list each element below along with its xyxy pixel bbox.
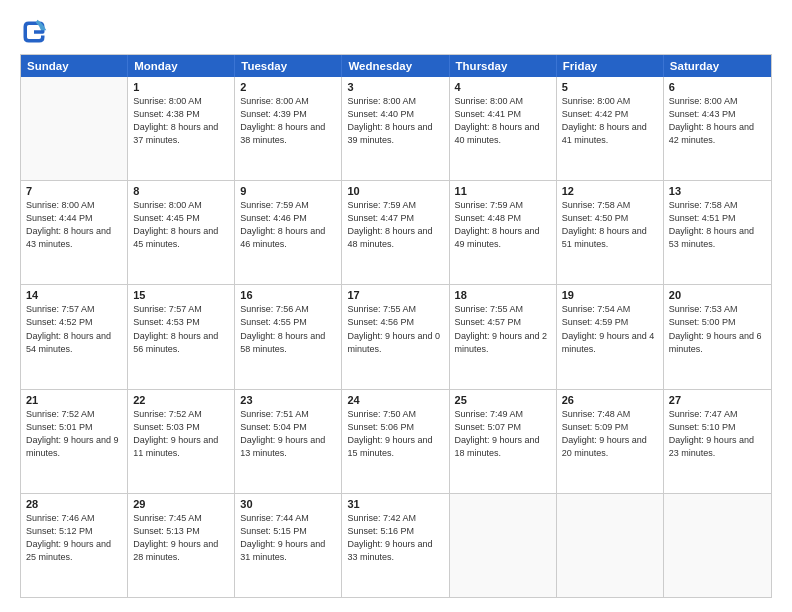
logo-icon xyxy=(20,18,48,46)
day-number: 12 xyxy=(562,185,658,197)
day-number: 10 xyxy=(347,185,443,197)
day-info: Sunrise: 7:50 AMSunset: 5:06 PMDaylight:… xyxy=(347,408,443,460)
calendar-cell-day-25: 25Sunrise: 7:49 AMSunset: 5:07 PMDayligh… xyxy=(450,390,557,493)
calendar-week-4: 21Sunrise: 7:52 AMSunset: 5:01 PMDayligh… xyxy=(21,389,771,493)
day-number: 30 xyxy=(240,498,336,510)
calendar-cell-day-7: 7Sunrise: 8:00 AMSunset: 4:44 PMDaylight… xyxy=(21,181,128,284)
day-number: 2 xyxy=(240,81,336,93)
calendar-week-5: 28Sunrise: 7:46 AMSunset: 5:12 PMDayligh… xyxy=(21,493,771,597)
day-info: Sunrise: 7:46 AMSunset: 5:12 PMDaylight:… xyxy=(26,512,122,564)
day-number: 19 xyxy=(562,289,658,301)
day-info: Sunrise: 7:52 AMSunset: 5:01 PMDaylight:… xyxy=(26,408,122,460)
day-number: 31 xyxy=(347,498,443,510)
calendar-cell-day-11: 11Sunrise: 7:59 AMSunset: 4:48 PMDayligh… xyxy=(450,181,557,284)
day-info: Sunrise: 7:57 AMSunset: 4:53 PMDaylight:… xyxy=(133,303,229,355)
day-info: Sunrise: 8:00 AMSunset: 4:38 PMDaylight:… xyxy=(133,95,229,147)
day-number: 13 xyxy=(669,185,766,197)
calendar-cell-day-28: 28Sunrise: 7:46 AMSunset: 5:12 PMDayligh… xyxy=(21,494,128,597)
day-info: Sunrise: 7:54 AMSunset: 4:59 PMDaylight:… xyxy=(562,303,658,355)
day-info: Sunrise: 7:59 AMSunset: 4:48 PMDaylight:… xyxy=(455,199,551,251)
calendar-cell-day-18: 18Sunrise: 7:55 AMSunset: 4:57 PMDayligh… xyxy=(450,285,557,388)
calendar-cell-day-20: 20Sunrise: 7:53 AMSunset: 5:00 PMDayligh… xyxy=(664,285,771,388)
day-info: Sunrise: 7:58 AMSunset: 4:51 PMDaylight:… xyxy=(669,199,766,251)
calendar-cell-day-16: 16Sunrise: 7:56 AMSunset: 4:55 PMDayligh… xyxy=(235,285,342,388)
day-info: Sunrise: 7:42 AMSunset: 5:16 PMDaylight:… xyxy=(347,512,443,564)
calendar-cell-day-1: 1Sunrise: 8:00 AMSunset: 4:38 PMDaylight… xyxy=(128,77,235,180)
day-info: Sunrise: 7:44 AMSunset: 5:15 PMDaylight:… xyxy=(240,512,336,564)
calendar-cell-empty xyxy=(21,77,128,180)
day-number: 15 xyxy=(133,289,229,301)
calendar-cell-day-14: 14Sunrise: 7:57 AMSunset: 4:52 PMDayligh… xyxy=(21,285,128,388)
calendar-header-sunday: Sunday xyxy=(21,55,128,77)
day-info: Sunrise: 8:00 AMSunset: 4:42 PMDaylight:… xyxy=(562,95,658,147)
calendar-cell-day-12: 12Sunrise: 7:58 AMSunset: 4:50 PMDayligh… xyxy=(557,181,664,284)
day-info: Sunrise: 7:47 AMSunset: 5:10 PMDaylight:… xyxy=(669,408,766,460)
calendar-cell-empty xyxy=(557,494,664,597)
day-info: Sunrise: 7:49 AMSunset: 5:07 PMDaylight:… xyxy=(455,408,551,460)
calendar-header-thursday: Thursday xyxy=(450,55,557,77)
day-info: Sunrise: 8:00 AMSunset: 4:39 PMDaylight:… xyxy=(240,95,336,147)
calendar-week-2: 7Sunrise: 8:00 AMSunset: 4:44 PMDaylight… xyxy=(21,180,771,284)
day-number: 6 xyxy=(669,81,766,93)
calendar-cell-day-23: 23Sunrise: 7:51 AMSunset: 5:04 PMDayligh… xyxy=(235,390,342,493)
day-info: Sunrise: 7:55 AMSunset: 4:57 PMDaylight:… xyxy=(455,303,551,355)
calendar-cell-day-21: 21Sunrise: 7:52 AMSunset: 5:01 PMDayligh… xyxy=(21,390,128,493)
day-number: 21 xyxy=(26,394,122,406)
calendar-cell-day-26: 26Sunrise: 7:48 AMSunset: 5:09 PMDayligh… xyxy=(557,390,664,493)
day-info: Sunrise: 7:59 AMSunset: 4:46 PMDaylight:… xyxy=(240,199,336,251)
day-info: Sunrise: 7:55 AMSunset: 4:56 PMDaylight:… xyxy=(347,303,443,355)
day-number: 29 xyxy=(133,498,229,510)
day-number: 3 xyxy=(347,81,443,93)
day-info: Sunrise: 7:48 AMSunset: 5:09 PMDaylight:… xyxy=(562,408,658,460)
calendar-cell-day-19: 19Sunrise: 7:54 AMSunset: 4:59 PMDayligh… xyxy=(557,285,664,388)
day-info: Sunrise: 7:57 AMSunset: 4:52 PMDaylight:… xyxy=(26,303,122,355)
day-number: 7 xyxy=(26,185,122,197)
calendar-cell-day-4: 4Sunrise: 8:00 AMSunset: 4:41 PMDaylight… xyxy=(450,77,557,180)
day-info: Sunrise: 8:00 AMSunset: 4:41 PMDaylight:… xyxy=(455,95,551,147)
day-info: Sunrise: 7:45 AMSunset: 5:13 PMDaylight:… xyxy=(133,512,229,564)
calendar-cell-day-3: 3Sunrise: 8:00 AMSunset: 4:40 PMDaylight… xyxy=(342,77,449,180)
calendar-week-1: 1Sunrise: 8:00 AMSunset: 4:38 PMDaylight… xyxy=(21,77,771,180)
header xyxy=(20,18,772,46)
calendar-cell-day-30: 30Sunrise: 7:44 AMSunset: 5:15 PMDayligh… xyxy=(235,494,342,597)
calendar-cell-day-9: 9Sunrise: 7:59 AMSunset: 4:46 PMDaylight… xyxy=(235,181,342,284)
day-number: 20 xyxy=(669,289,766,301)
day-info: Sunrise: 7:52 AMSunset: 5:03 PMDaylight:… xyxy=(133,408,229,460)
day-number: 23 xyxy=(240,394,336,406)
day-number: 22 xyxy=(133,394,229,406)
day-info: Sunrise: 8:00 AMSunset: 4:40 PMDaylight:… xyxy=(347,95,443,147)
calendar-cell-day-6: 6Sunrise: 8:00 AMSunset: 4:43 PMDaylight… xyxy=(664,77,771,180)
day-number: 17 xyxy=(347,289,443,301)
calendar-header-row: SundayMondayTuesdayWednesdayThursdayFrid… xyxy=(21,55,771,77)
day-number: 26 xyxy=(562,394,658,406)
calendar-cell-day-13: 13Sunrise: 7:58 AMSunset: 4:51 PMDayligh… xyxy=(664,181,771,284)
logo xyxy=(20,18,52,46)
day-info: Sunrise: 8:00 AMSunset: 4:45 PMDaylight:… xyxy=(133,199,229,251)
calendar-header-monday: Monday xyxy=(128,55,235,77)
day-number: 4 xyxy=(455,81,551,93)
day-number: 28 xyxy=(26,498,122,510)
day-number: 25 xyxy=(455,394,551,406)
calendar-header-saturday: Saturday xyxy=(664,55,771,77)
day-number: 1 xyxy=(133,81,229,93)
calendar-header-friday: Friday xyxy=(557,55,664,77)
calendar-cell-day-29: 29Sunrise: 7:45 AMSunset: 5:13 PMDayligh… xyxy=(128,494,235,597)
day-number: 8 xyxy=(133,185,229,197)
calendar: SundayMondayTuesdayWednesdayThursdayFrid… xyxy=(20,54,772,598)
day-info: Sunrise: 7:51 AMSunset: 5:04 PMDaylight:… xyxy=(240,408,336,460)
calendar-cell-day-22: 22Sunrise: 7:52 AMSunset: 5:03 PMDayligh… xyxy=(128,390,235,493)
calendar-cell-day-31: 31Sunrise: 7:42 AMSunset: 5:16 PMDayligh… xyxy=(342,494,449,597)
day-info: Sunrise: 7:59 AMSunset: 4:47 PMDaylight:… xyxy=(347,199,443,251)
calendar-cell-day-2: 2Sunrise: 8:00 AMSunset: 4:39 PMDaylight… xyxy=(235,77,342,180)
calendar-cell-day-27: 27Sunrise: 7:47 AMSunset: 5:10 PMDayligh… xyxy=(664,390,771,493)
calendar-cell-day-10: 10Sunrise: 7:59 AMSunset: 4:47 PMDayligh… xyxy=(342,181,449,284)
day-info: Sunrise: 7:56 AMSunset: 4:55 PMDaylight:… xyxy=(240,303,336,355)
day-number: 27 xyxy=(669,394,766,406)
calendar-cell-day-8: 8Sunrise: 8:00 AMSunset: 4:45 PMDaylight… xyxy=(128,181,235,284)
day-number: 24 xyxy=(347,394,443,406)
calendar-cell-day-17: 17Sunrise: 7:55 AMSunset: 4:56 PMDayligh… xyxy=(342,285,449,388)
day-info: Sunrise: 7:53 AMSunset: 5:00 PMDaylight:… xyxy=(669,303,766,355)
day-number: 14 xyxy=(26,289,122,301)
day-info: Sunrise: 8:00 AMSunset: 4:43 PMDaylight:… xyxy=(669,95,766,147)
day-info: Sunrise: 7:58 AMSunset: 4:50 PMDaylight:… xyxy=(562,199,658,251)
